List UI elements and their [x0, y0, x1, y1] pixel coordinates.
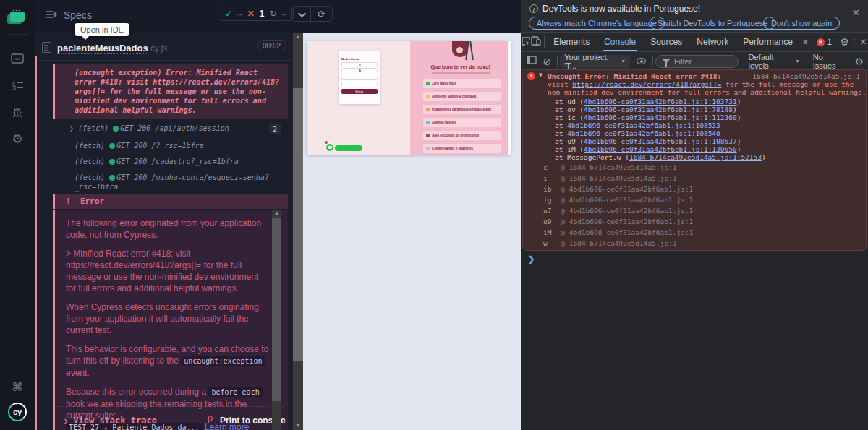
- scrollbar-thumb[interactable]: [293, 88, 303, 361]
- tab-network[interactable]: Network: [689, 33, 736, 51]
- error-line1: Uncaught Error: Minified React error #41…: [548, 72, 721, 80]
- specs-menu-icon[interactable]: [45, 9, 57, 22]
- infobar-message: DevTools is now available in Portuguese!: [542, 4, 700, 14]
- scroll-down-arrow[interactable]: ▼: [293, 421, 303, 430]
- console-sidebar-icon[interactable]: [524, 56, 540, 66]
- error-icon: ✕: [527, 72, 535, 80]
- error-badge-icon: ✕: [817, 38, 825, 46]
- device-toolbar-icon[interactable]: [531, 36, 541, 48]
- match-language-button[interactable]: Always match Chrome's language: [529, 17, 665, 30]
- keyboard-shortcuts-icon[interactable]: ⌘: [0, 376, 35, 397]
- stack-link[interactable]: 4bd1b696-ce0f31aa42bf6ab1.js:1:112360: [584, 113, 737, 121]
- frame-line[interactable]: w@1684-b714ca492e5d14a5.js:1: [543, 239, 676, 247]
- fetch-log-row[interactable]: (fetch)GET 200 /minha-conta/esqueci-senh…: [75, 173, 292, 192]
- stack-line: at ic (4bd1b696-ce0f31aa42bf6ab1.js:1:11…: [555, 113, 741, 121]
- frame-line[interactable]: i@1684-b714ca492e5d14a5.js:1: [543, 174, 676, 182]
- stack-link[interactable]: 4bd1b696-ce0f31aa42bf6ab1.js:1:108540: [567, 129, 720, 137]
- tab-elements[interactable]: Elements: [546, 33, 597, 51]
- issues-counter[interactable]: No Issues: [809, 53, 848, 70]
- error-paragraph: > Minified React error #418; visit https…: [66, 248, 271, 294]
- console-error-message[interactable]: ✕ ▼ Uncaught Error: Minified React error…: [522, 69, 867, 251]
- devtools-menu-icon[interactable]: ⋮: [849, 37, 859, 48]
- spec-file-name[interactable]: pacienteMeusDados.cy.js: [57, 41, 167, 54]
- pending-count: --: [282, 10, 287, 18]
- live-expression-icon[interactable]: [637, 58, 646, 64]
- tab-console[interactable]: Console: [597, 33, 643, 51]
- feature-card: Zero taxas fixas: [423, 79, 501, 88]
- stack-link[interactable]: 4bd1b696-ce0f31aa42bf6ab1.js:1:108533: [567, 121, 720, 129]
- tab-performance[interactable]: Performance: [736, 33, 800, 51]
- settings-nav-icon[interactable]: ⚙: [0, 128, 35, 150]
- more-tabs-button[interactable]: »: [800, 33, 811, 51]
- error-scrollbar[interactable]: ▲: [272, 210, 281, 430]
- frame-line[interactable]: c@1684-b714ca492e5d14a5.js:1: [543, 163, 676, 171]
- tab-sources[interactable]: Sources: [643, 33, 689, 51]
- status-dot: [113, 126, 119, 132]
- expand-triangle-icon[interactable]: ▼: [539, 72, 542, 78]
- uncaught-exception-log[interactable]: (uncaught exception) Error: Minified Rea…: [53, 64, 288, 119]
- scrollbar-thumb[interactable]: [272, 218, 281, 401]
- devtools-settings-icon[interactable]: ⚙: [840, 36, 849, 48]
- stack-line: at MessagePort.w (1684-b714ca492e5d14a5.…: [555, 153, 766, 161]
- stack-link[interactable]: 4bd1b696-ce0f31aa42bf6ab1.js:1:130650: [584, 145, 737, 153]
- whatsapp-button: [335, 145, 362, 151]
- frame-line[interactable]: u9@4bd1b696-ce0f31aa42bf6ab1.js:1: [543, 218, 693, 225]
- fetch-log-row[interactable]: ❯ (fetch)GET 200 /api/auth/session 2: [69, 124, 286, 133]
- frame-line[interactable]: iM@4bd1b696-ce0f31aa42bf6ab1.js:1: [543, 228, 693, 236]
- scroll-up-arrow[interactable]: ▲: [272, 210, 281, 217]
- console-settings-icon[interactable]: ⚙: [854, 56, 865, 67]
- inspect-element-icon[interactable]: [521, 36, 531, 48]
- devtools-tabbar: Elements Console Sources Network Perform…: [521, 33, 868, 52]
- login-card: ← Minha Conta Entrar: [339, 51, 380, 104]
- debug-nav-icon[interactable]: [0, 101, 35, 123]
- execution-context-selector[interactable]: Your project: 'T...▼: [560, 55, 630, 68]
- stack-link[interactable]: 1684-b714ca492e5d14a5.js:1:52153: [629, 153, 762, 161]
- error-source-link[interactable]: 1684-b714ca492e5d14a5.js:1: [752, 72, 860, 80]
- frame-line[interactable]: ib@4bd1b696-ce0f31aa42bf6ab1.js:1: [543, 185, 693, 193]
- collapse-reporter-button[interactable]: [292, 7, 310, 20]
- error-section-header[interactable]: ! Error: [53, 194, 288, 209]
- feature-icon: [426, 82, 430, 85]
- frame-line[interactable]: ig@4bd1b696-ce0f31aa42bf6ab1.js:1: [543, 196, 693, 204]
- reporter-panel: pacienteMeusDados.cy.js 00:02 (uncaught …: [35, 33, 293, 430]
- stack-link[interactable]: 4bd1b696-ce0f31aa42bf6ab1.js:1:108637: [584, 137, 737, 145]
- view-stack-trace-button[interactable]: ❯ View stack trace: [64, 416, 157, 426]
- error-paragraph: When Cypress detects uncaught errors ori…: [66, 301, 271, 336]
- feature-card: Pagamentos garantidos e repasse ágil: [423, 105, 501, 114]
- switch-portuguese-button[interactable]: Switch DevTools to Portuguese: [650, 17, 775, 30]
- feature-icon: [426, 121, 430, 124]
- specs-nav-icon[interactable]: <>: [0, 48, 35, 69]
- rerun-tests-button[interactable]: ⟳: [311, 9, 332, 20]
- stack-link[interactable]: 4bd1b696-ce0f31aa42bf6ab1.js:1:103731: [584, 98, 737, 106]
- feature-card: Comprovantes e relatórios: [423, 144, 501, 153]
- devtools-infobar: i DevTools is now available in Portugues…: [521, 0, 868, 33]
- clear-console-icon[interactable]: ⊘: [540, 56, 556, 67]
- fetch-log-row[interactable]: (fetch)GET 200 /?_rsc=1bfra: [75, 141, 292, 150]
- console-filter-input[interactable]: Filter: [655, 55, 739, 68]
- welcome-heading: Que bom te ver de novo!: [410, 64, 511, 69]
- spec-file-icon: [42, 42, 51, 53]
- stack-line: at 4bd1b696-ce0f31aa42bf6ab1.js:1:108533: [555, 121, 720, 129]
- log-levels-dropdown[interactable]: Default levels▼: [744, 55, 804, 68]
- runs-nav-icon[interactable]: ✕: [0, 74, 35, 96]
- react-error-link[interactable]: https://react.dev/errors/418?args[]=: [572, 80, 721, 88]
- devtools-close-icon[interactable]: ✕: [859, 37, 868, 47]
- aut-screenshot[interactable]: ← Minha Conta Entrar Que bom te ver de n…: [307, 41, 511, 155]
- svg-text:✕: ✕: [12, 80, 16, 85]
- stack-link[interactable]: 4bd1b696-ce0f31aa42bf6ab1.js:1:78188: [584, 106, 733, 113]
- frame-line[interactable]: u7@4bd1b696-ce0f31aa42bf6ab1.js:1: [543, 207, 693, 215]
- cypress-logo[interactable]: cy: [0, 401, 35, 423]
- browsers-icon[interactable]: [0, 6, 35, 27]
- dont-show-again-button[interactable]: Don't show again: [763, 17, 840, 30]
- scroll-up-arrow[interactable]: ▲: [293, 33, 303, 41]
- fetch-log-row[interactable]: (fetch)GET 200 /cadastro?_rsc=1bfra: [75, 157, 292, 166]
- reporter-scrollbar[interactable]: ▲ ▼: [293, 33, 303, 430]
- error-counter[interactable]: ✕ 1: [817, 38, 832, 46]
- failed-suite-indicator: [35, 56, 37, 430]
- fetch-count-badge: 2: [269, 124, 281, 134]
- infobar-close-icon[interactable]: ✕: [852, 7, 860, 18]
- stack-line: at u9 (4bd1b696-ce0f31aa42bf6ab1.js:1:10…: [555, 137, 741, 145]
- illustration: [445, 41, 477, 60]
- console-prompt[interactable]: ❯: [528, 254, 535, 264]
- test-stats: ✓ -- ✕ 1 ↻ --: [218, 7, 294, 21]
